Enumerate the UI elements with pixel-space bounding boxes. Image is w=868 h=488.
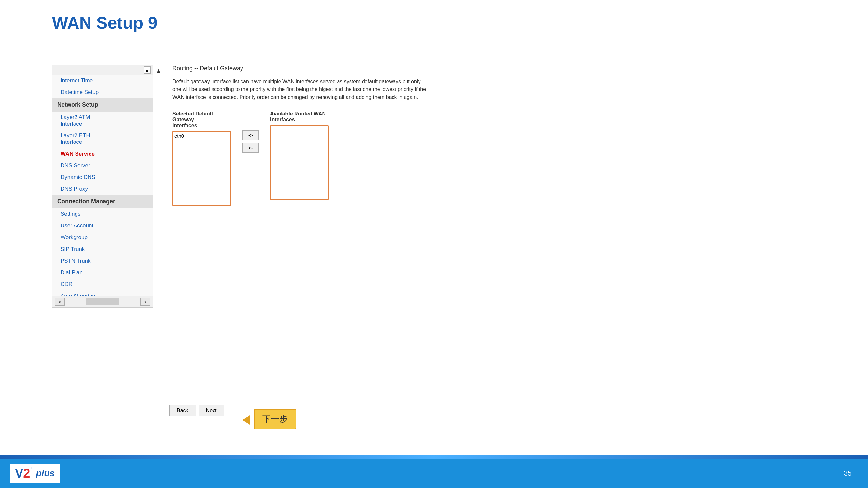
section-title: Routing -- Default Gateway — [173, 65, 465, 72]
sidebar-item-datetime-setup[interactable]: Datetime Setup — [53, 87, 153, 98]
sidebar-item-dynamic-dns[interactable]: Dynamic DNS — [53, 171, 153, 183]
available-gateway-listbox[interactable] — [270, 125, 329, 200]
logo-plus-super: + — [30, 465, 32, 470]
sidebar-scroll-area: Internet Time Datetime Setup Network Set… — [53, 75, 153, 296]
page-title: WAN Setup 9 — [52, 13, 157, 33]
footer: V 2 + plus 35 — [0, 459, 868, 488]
sidebar-item-pstn-trunk[interactable]: PSTN Trunk — [53, 255, 153, 267]
sidebar-left-btn[interactable]: < — [55, 298, 65, 306]
logo-2: 2 + — [23, 466, 30, 481]
sidebar-item-cdr[interactable]: CDR — [53, 279, 153, 290]
listbox-item-eth0: eth0 — [175, 133, 229, 139]
sidebar-item-auto-attendant[interactable]: Auto Attendant — [53, 290, 153, 296]
back-button[interactable]: Back — [169, 405, 196, 416]
tooltip-arrow — [243, 416, 250, 425]
selected-gateway-col: Selected Default Gateway Interfaces eth0 — [173, 111, 231, 206]
sidebar: ▲ Internet Time Datetime Setup Network S… — [52, 65, 153, 308]
available-label: Available Routed WAN Interfaces — [270, 111, 329, 123]
sidebar-item-wan-service[interactable]: WAN Service — [53, 148, 153, 160]
selected-gateway-listbox[interactable]: eth0 — [173, 131, 231, 206]
sidebar-item-dns-proxy[interactable]: DNS Proxy — [53, 183, 153, 195]
selected-label: Selected Default Gateway Interfaces — [173, 111, 231, 129]
sidebar-section-connection-manager: Connection Manager — [53, 195, 153, 208]
sidebar-item-layer2-eth[interactable]: Layer2 ETHInterface — [53, 130, 153, 148]
next-button[interactable]: Next — [198, 405, 224, 416]
tooltip-box: 下一步 — [254, 409, 296, 429]
forward-btn[interactable]: -> — [243, 130, 259, 140]
footer-blue-strip — [0, 455, 868, 459]
sidebar-item-dial-plan[interactable]: Dial Plan — [53, 267, 153, 279]
sidebar-section-network-setup: Network Setup — [53, 98, 153, 111]
sidebar-item-user-account[interactable]: User Account — [53, 220, 153, 232]
logo-plus-text: plus — [36, 468, 55, 479]
sidebar-item-dns-server[interactable]: DNS Server — [53, 160, 153, 171]
bottom-buttons: Back Next — [169, 405, 224, 416]
transfer-buttons: -> <- — [243, 130, 259, 153]
sidebar-item-workgroup[interactable]: Workgroup — [53, 232, 153, 243]
footer-page-number: 35 — [844, 469, 852, 478]
sidebar-bottom-nav: < > — [53, 296, 153, 307]
main-panel: Routing -- Default Gateway Default gatew… — [173, 65, 465, 308]
gateway-columns: Selected Default Gateway Interfaces eth0… — [173, 111, 465, 206]
available-gateway-col: Available Routed WAN Interfaces — [270, 111, 329, 200]
sidebar-item-settings[interactable]: Settings — [53, 208, 153, 220]
backward-btn[interactable]: <- — [243, 143, 259, 153]
sidebar-item-sip-trunk[interactable]: SIP Trunk — [53, 243, 153, 255]
sidebar-top-controls: ▲ — [53, 65, 153, 75]
sidebar-scroll-up-btn[interactable]: ▲ — [144, 66, 151, 73]
sidebar-item-layer2-atm[interactable]: Layer2 ATMInterface — [53, 111, 153, 130]
description-text: Default gateway interface list can have … — [173, 78, 426, 101]
footer-logo-area: V 2 + plus — [10, 464, 60, 483]
sidebar-up-arrow[interactable]: ▲ — [155, 67, 162, 75]
sidebar-item-internet-time[interactable]: Internet Time — [53, 75, 153, 87]
sidebar-right-btn[interactable]: > — [140, 298, 150, 306]
logo-v: V — [15, 466, 23, 481]
footer-logo: V 2 + plus — [10, 464, 60, 483]
